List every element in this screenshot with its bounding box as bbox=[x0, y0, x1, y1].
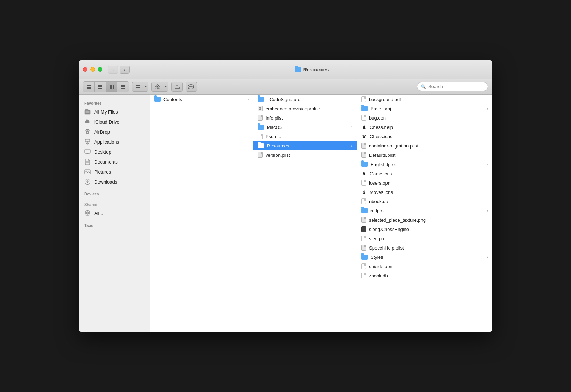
file-icon bbox=[258, 152, 263, 158]
close-button[interactable] bbox=[83, 67, 87, 72]
sidebar-item-desktop[interactable]: Desktop bbox=[79, 147, 150, 157]
window-title: Resources bbox=[303, 67, 329, 72]
title-bar: ‹ › Resources bbox=[79, 60, 492, 79]
list-item[interactable]: nbook.db bbox=[357, 197, 492, 206]
chevron-icon: › bbox=[487, 209, 488, 213]
item-label: sjeng.rc bbox=[369, 236, 488, 241]
item-label: ru.lproj bbox=[370, 208, 484, 213]
list-item[interactable]: bug.opn bbox=[357, 113, 492, 122]
file-icon bbox=[361, 236, 366, 241]
sidebar-item-downloads[interactable]: Downloads bbox=[79, 177, 150, 187]
list-item[interactable]: English.lproj › bbox=[357, 160, 492, 169]
item-label: nbook.db bbox=[369, 199, 488, 204]
sidebar-item-all-my-files-label: All My Files bbox=[94, 109, 118, 115]
item-label: Contents bbox=[163, 97, 245, 102]
item-label: PkgInfo bbox=[266, 134, 352, 139]
item-label: embedded.provisionprofile bbox=[266, 106, 352, 111]
maximize-button[interactable] bbox=[98, 67, 102, 72]
item-label: Info.plist bbox=[266, 115, 352, 121]
tag-button[interactable] bbox=[186, 82, 197, 92]
folder-icon bbox=[154, 97, 161, 102]
devices-label: Devices bbox=[79, 190, 150, 197]
list-item[interactable]: Base.lproj › bbox=[357, 104, 492, 113]
svg-rect-4 bbox=[98, 85, 102, 86]
chess-icns-icon: ♛ bbox=[361, 134, 367, 139]
list-item[interactable]: selected_piece_texture.png bbox=[357, 215, 492, 225]
back-button[interactable]: ‹ bbox=[108, 66, 118, 74]
column-view-btn[interactable] bbox=[106, 82, 117, 92]
item-label: Chess.icns bbox=[370, 134, 488, 139]
gear-dropdown[interactable]: ▾ bbox=[151, 82, 168, 92]
list-item[interactable]: zbook.db bbox=[357, 271, 492, 280]
sidebar-item-icloud[interactable]: iCloud Drive bbox=[79, 117, 150, 127]
list-view-btn[interactable] bbox=[95, 82, 106, 92]
list-item[interactable]: Styles › bbox=[357, 252, 492, 262]
folder-icon bbox=[361, 162, 368, 167]
list-item[interactable]: background.pdf bbox=[357, 95, 492, 104]
item-label: losers.opn bbox=[369, 180, 488, 186]
chevron-icon: › bbox=[487, 107, 488, 111]
svg-rect-23 bbox=[85, 109, 88, 111]
column-3: background.pdf Base.lproj › bug.opn ♟ Ch… bbox=[357, 95, 492, 332]
sidebar-item-airdrop[interactable]: AirDrop bbox=[79, 127, 150, 137]
network-icon bbox=[84, 210, 91, 216]
item-label: Defaults.plist bbox=[369, 152, 488, 158]
shared-label: Shared bbox=[79, 200, 150, 208]
item-label: Moves.icns bbox=[370, 190, 488, 195]
list-item[interactable]: Info.plist bbox=[253, 113, 357, 122]
list-item[interactable]: Resources › bbox=[253, 141, 357, 150]
list-item[interactable]: ♝ Moves.icns bbox=[357, 187, 492, 197]
folder-icon bbox=[361, 106, 368, 111]
list-item[interactable]: suicide.opn bbox=[357, 262, 492, 271]
sidebar-item-documents[interactable]: Documents bbox=[79, 157, 150, 167]
list-item[interactable]: SpeechHelp.plist bbox=[357, 243, 492, 252]
file-icon bbox=[361, 96, 366, 102]
list-item[interactable]: sjeng.rc bbox=[357, 234, 492, 243]
file-dark-icon bbox=[361, 226, 366, 232]
file-icon bbox=[361, 198, 366, 204]
list-item[interactable]: ru.lproj › bbox=[357, 206, 492, 215]
list-item[interactable]: ♞ Game.icns bbox=[357, 169, 492, 178]
sidebar-item-applications[interactable]: Applications bbox=[79, 137, 150, 147]
folder-icon bbox=[258, 97, 264, 102]
documents-icon bbox=[84, 159, 91, 165]
svg-rect-3 bbox=[89, 87, 91, 89]
list-item[interactable]: ♛ Chess.icns bbox=[357, 132, 492, 141]
minimize-button[interactable] bbox=[90, 67, 95, 72]
list-item[interactable]: losers.opn bbox=[357, 178, 492, 187]
icon-view-btn[interactable] bbox=[83, 82, 95, 92]
game-icns-icon: ♞ bbox=[361, 171, 367, 176]
list-item[interactable]: PkgInfo bbox=[253, 132, 357, 141]
list-item[interactable]: _CodeSignature › bbox=[253, 95, 357, 104]
svg-rect-1 bbox=[89, 85, 91, 86]
downloads-icon bbox=[84, 179, 91, 185]
arrange-dropdown[interactable]: ▾ bbox=[132, 82, 148, 92]
folder-icon bbox=[361, 208, 368, 213]
sidebar-item-pictures[interactable]: Pictures bbox=[79, 167, 150, 177]
list-item[interactable]: Contents › bbox=[150, 95, 253, 104]
file-icon bbox=[361, 143, 366, 149]
sidebar-item-all[interactable]: All... bbox=[79, 208, 150, 218]
column-2: _CodeSignature › ⚿ embedded.provisionpro… bbox=[253, 95, 357, 332]
cover-view-btn[interactable] bbox=[117, 82, 129, 92]
forward-button[interactable]: › bbox=[120, 66, 130, 74]
sidebar-item-all-my-files[interactable]: All My Files bbox=[79, 107, 150, 117]
list-item[interactable]: ♟ Chess.help bbox=[357, 122, 492, 132]
search-input[interactable] bbox=[428, 84, 484, 89]
item-label: zbook.db bbox=[369, 273, 488, 278]
list-item[interactable]: container-migration.plist bbox=[357, 141, 492, 150]
item-label: MacOS bbox=[267, 125, 348, 130]
list-item[interactable]: Defaults.plist bbox=[357, 150, 492, 160]
search-box[interactable]: 🔍 bbox=[417, 82, 488, 91]
list-item[interactable]: version.plist bbox=[253, 150, 357, 160]
share-button[interactable] bbox=[171, 82, 183, 92]
svg-rect-10 bbox=[121, 85, 123, 87]
item-label: Styles bbox=[370, 255, 484, 260]
folder-icon bbox=[361, 255, 368, 260]
list-item[interactable]: ⚿ embedded.provisionprofile bbox=[253, 104, 357, 113]
svg-rect-6 bbox=[98, 88, 102, 89]
svg-rect-8 bbox=[111, 85, 112, 89]
item-label: Game.icns bbox=[370, 171, 488, 176]
list-item[interactable]: sjeng.ChessEngine bbox=[357, 225, 492, 234]
list-item[interactable]: MacOS › bbox=[253, 122, 357, 132]
